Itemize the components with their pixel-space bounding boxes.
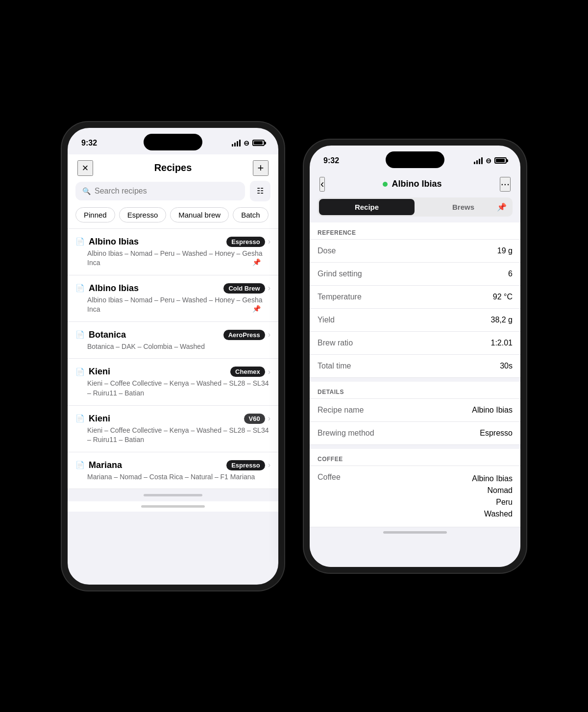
detail-label-recipe-name: Recipe name [318, 406, 364, 415]
recipe-description: Albino Ibias – Nomad – Peru – Washed – H… [75, 295, 270, 315]
phone-2-screen: 9:32 ⊖ ‹ Albino Ibias [310, 146, 520, 567]
detail-row-ratio: Brew ratio 1:2.01 [310, 332, 520, 355]
phone-2: 9:32 ⊖ ‹ Albino Ibias [304, 140, 526, 573]
recipe-name: Mariana [89, 460, 122, 470]
recipe-badge: Cold Brew [223, 283, 265, 294]
doc-icon: 📄 [75, 461, 85, 469]
screen2-bg: ‹ Albino Ibias ··· Recipe Brews 📌 REFERE… [310, 172, 520, 567]
chevron-icon: › [268, 237, 270, 246]
recipe-badge: Chemex [230, 367, 265, 377]
signal-icon [232, 140, 241, 147]
detail-row-grind: Grind setting 6 [310, 263, 520, 286]
phone-1-screen: 9:32 ⊖ × Recipes + 🔍 ☷ [68, 128, 278, 585]
recipes-title: Recipes [154, 162, 192, 173]
recipe-name: Kieni [89, 367, 110, 377]
dynamic-island-2 [386, 151, 444, 168]
battery-icon-2 [494, 157, 507, 164]
detail-value-yield: 38,2 g [491, 316, 513, 324]
detail-value-recipe-name: Albino Ibias [472, 406, 513, 415]
detail-label-dose: Dose [318, 246, 336, 255]
recipe-description: Kieni – Coffee Collective – Kenya – Wash… [75, 426, 270, 445]
recipe-name: Albino Ibias [89, 283, 139, 294]
detail-label-ratio: Brew ratio [318, 339, 353, 347]
search-bar[interactable]: 🔍 [75, 182, 245, 200]
detail-row-dose: Dose 19 g [310, 240, 520, 263]
chevron-icon: › [268, 368, 270, 376]
detail-title-row: Albino Ibias [383, 179, 441, 189]
chevron-icon: › [268, 461, 270, 469]
detail-label-time: Total time [318, 362, 351, 370]
detail-value-grind: 6 [508, 270, 513, 278]
home-indicator-2 [310, 527, 520, 538]
section-header-coffee: COFFEE [310, 449, 520, 466]
back-button[interactable]: ‹ [319, 177, 325, 192]
chip-pinned[interactable]: Pinned [75, 207, 115, 222]
detail-row-method: Brewing method Espresso [310, 422, 520, 445]
detail-row-temp: Temperature 92 °C [310, 286, 520, 309]
filter-button[interactable]: ☷ [250, 181, 270, 201]
close-button[interactable]: × [77, 160, 93, 176]
recipe-name: Albino Ibias [89, 237, 139, 247]
detail-label-grind: Grind setting [318, 270, 362, 278]
signal-icon-2 [474, 157, 483, 164]
recipe-badge: Espresso [226, 460, 265, 470]
chip-espresso[interactable]: Espresso [119, 207, 167, 222]
pin-icon: 📌 [252, 305, 261, 313]
detail-value-temp: 92 °C [493, 293, 513, 301]
doc-icon: 📄 [75, 237, 85, 246]
chip-batch[interactable]: Batch [233, 207, 268, 222]
recipe-description: Botanica – DAK – Colombia – Washed [75, 342, 270, 352]
doc-icon: 📄 [75, 414, 85, 423]
home-bar-2 [383, 531, 447, 534]
detail-value-ratio: 1:2.01 [491, 339, 513, 347]
back-chevron-icon: ‹ [320, 178, 324, 191]
home-bar [141, 505, 205, 508]
detail-value-method: Espresso [480, 429, 513, 438]
chip-manual-brew[interactable]: Manual brew [170, 207, 229, 222]
section-header-details: DETAILS [310, 382, 520, 398]
recipe-badge: Espresso [226, 237, 265, 247]
recipe-item[interactable]: 📄 Kieni Chemex › Kieni – Coffee Collecti… [68, 359, 278, 405]
recipe-item[interactable]: 📄 Albino Ibias Cold Brew › Albino Ibias … [68, 275, 278, 322]
recipe-item[interactable]: 📄 Botanica AeroPress › Botanica – DAK – … [68, 322, 278, 359]
detail-row-coffee: Coffee Albino IbiasNomadPeruWashed [310, 466, 520, 527]
section-divider-1 [310, 378, 520, 382]
dynamic-island-1 [144, 134, 202, 150]
detail-header: ‹ Albino Ibias ··· [310, 172, 520, 197]
doc-icon: 📄 [75, 330, 85, 339]
detail-label-temp: Temperature [318, 293, 362, 301]
wifi-icon: ⊖ [244, 139, 249, 147]
recipe-item[interactable]: 📄 Kieni V60 › Kieni – Coffee Collective … [68, 406, 278, 452]
chevron-icon: › [268, 414, 270, 423]
recipe-name: Botanica [89, 330, 126, 340]
battery-icon [252, 140, 265, 146]
chevron-icon: › [268, 284, 270, 293]
pin-tab-icon[interactable]: 📌 [497, 202, 507, 212]
search-row: 🔍 ☷ [68, 181, 278, 207]
recipe-list: 📄 Albino Ibias Espresso › Albino Ibias –… [68, 229, 278, 490]
status-dot [383, 182, 388, 187]
detail-label-yield: Yield [318, 316, 335, 324]
detail-value-dose: 19 g [497, 246, 513, 255]
recipe-badge: AeroPress [223, 330, 265, 340]
scroll-indicator [68, 489, 278, 501]
recipe-item[interactable]: 📄 Albino Ibias Espresso › Albino Ibias –… [68, 229, 278, 275]
recipe-description: Mariana – Nomad – Costa Rica – Natural –… [75, 472, 270, 482]
recipe-description: Albino Ibias – Nomad – Peru – Washed – H… [75, 249, 270, 268]
more-options-button[interactable]: ··· [500, 177, 511, 192]
add-recipe-button[interactable]: + [253, 160, 269, 176]
tab-recipe[interactable]: Recipe [319, 199, 415, 215]
wifi-icon-2: ⊖ [486, 157, 491, 165]
detail-label-method: Brewing method [318, 429, 374, 438]
tab-bar: Recipe Brews 📌 [318, 197, 513, 217]
phone-1: 9:32 ⊖ × Recipes + 🔍 ☷ [62, 122, 284, 590]
detail-row-time: Total time 30s [310, 355, 520, 378]
status-time-1: 9:32 [81, 139, 97, 147]
search-input[interactable] [95, 187, 238, 196]
detail-title: Albino Ibias [392, 179, 441, 189]
status-time-2: 9:32 [323, 156, 339, 165]
recipe-item[interactable]: 📄 Mariana Espresso › Mariana – Nomad – C… [68, 452, 278, 490]
pin-icon: 📌 [252, 258, 261, 266]
chevron-icon: › [268, 330, 270, 339]
recipe-name: Kieni [89, 414, 110, 424]
